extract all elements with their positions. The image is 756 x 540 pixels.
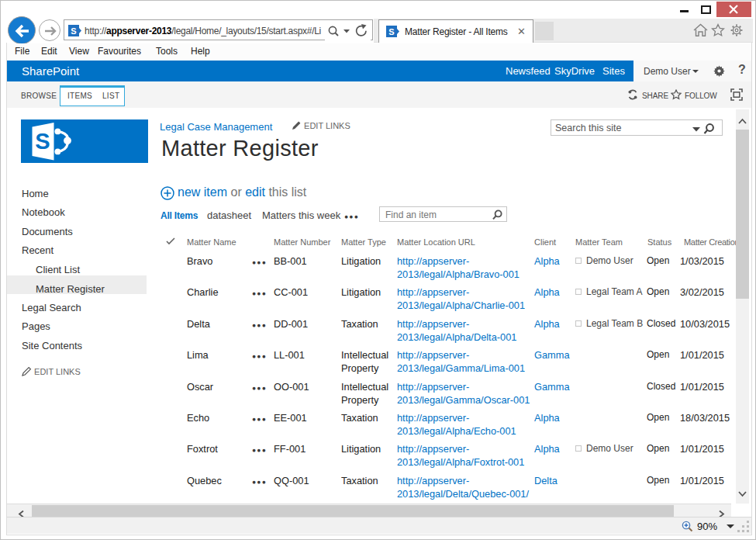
svg-text:S: S: [388, 27, 394, 36]
svg-text:S: S: [35, 129, 50, 154]
svg-text:S: S: [71, 26, 76, 36]
